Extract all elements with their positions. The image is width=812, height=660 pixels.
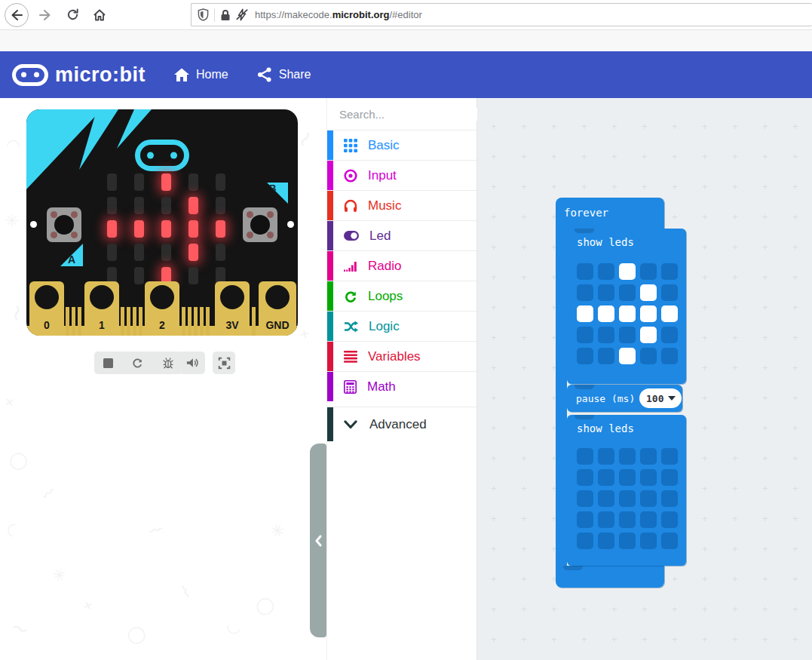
address-bar[interactable]: https://makecode.microbit.org/#editor [191,3,812,26]
led-cell-off[interactable] [661,327,678,343]
led-cell-on[interactable] [577,305,593,322]
pause-label: pause (ms) [576,393,635,404]
share-button[interactable]: Share [257,67,311,82]
pin-2[interactable]: 2 [145,281,179,336]
forever-block-foot[interactable] [556,566,664,588]
home-button[interactable]: Home [174,68,228,82]
pin-0[interactable]: 0 [29,281,64,336]
led-cell-off[interactable] [577,533,593,549]
restart-button[interactable] [131,357,144,370]
led-cell-off[interactable] [661,490,678,507]
led-cell-off[interactable] [577,448,593,465]
led-cell-on[interactable] [619,263,636,280]
led-cell-on[interactable] [640,305,657,322]
blocks-workspace[interactable]: ++++++++++++++++++++++++++++++++++++++++… [477,98,812,660]
sound-button[interactable] [179,351,205,374]
grid-mark: + [702,483,708,494]
reload-button[interactable] [62,5,83,26]
search-input[interactable] [339,108,489,121]
led-cell-off[interactable] [640,511,657,528]
stop-button[interactable] [103,358,113,368]
led-cell-off[interactable] [577,263,593,280]
button-b[interactable] [243,207,277,242]
category-led[interactable]: Led [327,220,476,250]
led-cell-on[interactable] [661,305,678,322]
led-cell-off[interactable] [661,448,678,465]
button-a[interactable] [47,207,81,242]
fullscreen-button[interactable] [213,351,235,374]
led-cell-off[interactable] [598,284,614,301]
pin-1[interactable]: 1 [84,281,119,336]
led-cell-off[interactable] [598,263,614,280]
forever-block-spine[interactable] [556,231,567,566]
led-cell-off[interactable] [577,284,593,301]
led-cell-off[interactable] [619,490,636,507]
debug-button[interactable] [162,357,174,369]
led-cell-on[interactable] [640,327,657,343]
category-input[interactable]: Input [327,160,476,190]
led-cell-off[interactable] [598,327,614,343]
led-cell-on[interactable] [619,305,636,322]
pause-value-dropdown[interactable]: 100 [639,388,682,408]
permissions-bolt-slash-icon[interactable] [235,8,249,21]
grid-mark: + [762,543,768,554]
led-cell-off[interactable] [577,511,593,528]
led-cell-on[interactable] [640,284,657,301]
led-cell-off[interactable] [619,448,636,465]
pin-GND[interactable]: GND [259,281,296,336]
category-logic[interactable]: Logic [327,311,476,341]
category-music[interactable]: Music [327,190,476,220]
category-loops[interactable]: Loops [327,281,476,311]
category-variables[interactable]: Variables [327,341,476,371]
led-cell-off[interactable] [661,263,678,280]
led-cell-off[interactable] [661,469,678,486]
led-cell-off[interactable] [661,284,678,301]
led-cell-off[interactable] [598,533,614,549]
lock-icon[interactable] [220,9,231,21]
led-cell-off[interactable] [640,469,657,486]
led-cell-off[interactable] [640,348,657,364]
share-label: Share [279,68,311,81]
led-cell-off[interactable] [598,448,614,465]
led-cell-off[interactable] [577,490,593,507]
home-label: Home [196,68,228,81]
led-cell-off[interactable] [598,511,614,528]
led-cell-off[interactable] [577,348,593,364]
led-cell-off[interactable] [640,533,657,549]
led-cell-off[interactable] [640,490,657,507]
led-cell-off[interactable] [661,511,678,528]
browser-chrome: https://makecode.microbit.org/#editor [0,0,812,51]
board-logo-icon[interactable] [135,140,189,171]
led-cell-off[interactable] [577,327,593,343]
category-basic[interactable]: Basic [327,130,476,160]
led-cell-off[interactable] [619,533,636,549]
collapse-simulator-handle[interactable] [310,444,326,637]
led-cell-off[interactable] [598,469,614,486]
led-cell-off[interactable] [598,348,614,364]
led-cell-off[interactable] [577,469,593,486]
forward-button[interactable] [35,5,56,26]
pause-block[interactable]: pause (ms) 100 [567,385,682,412]
category-radio[interactable]: Radio [327,250,476,281]
category-advanced[interactable]: Advanced [327,407,476,441]
show-leds-block-1[interactable]: show leds [567,229,686,384]
led-cell-off[interactable] [619,469,636,486]
led-cell-off[interactable] [619,327,636,343]
back-button[interactable] [5,3,29,27]
tracking-shield-icon[interactable] [198,8,209,21]
home-button-chrome[interactable] [89,5,110,26]
microbit-logo[interactable]: micro:bit [12,63,146,87]
category-math[interactable]: Math [327,371,476,401]
pin-3V[interactable]: 3V [215,281,250,336]
led-cell-off[interactable] [661,348,678,364]
show-leds-block-2[interactable]: show leds [567,415,686,566]
led-cell-off[interactable] [619,284,636,301]
led-cell-off[interactable] [619,511,636,528]
led-cell-on[interactable] [598,305,614,322]
led-cell-on[interactable] [619,348,636,364]
led-cell-off[interactable] [640,448,657,465]
led-cell-off[interactable] [598,490,614,507]
led-cell-off[interactable] [640,263,657,280]
led-cell-off[interactable] [661,533,678,549]
forever-block[interactable]: forever [556,198,664,232]
